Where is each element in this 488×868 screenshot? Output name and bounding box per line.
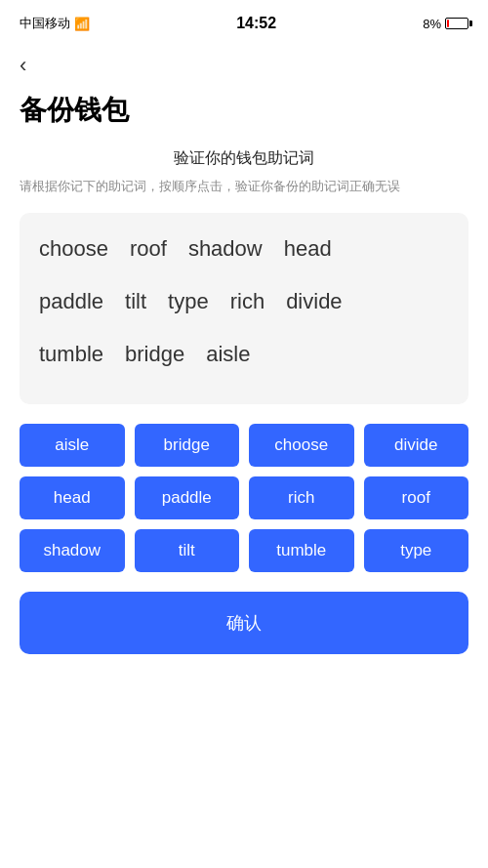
keyword-button[interactable]: type [364,529,469,572]
word-slot[interactable]: divide [286,289,342,314]
word-slot[interactable]: paddle [39,289,103,314]
word-display-box: choose roof shadow head paddle tilt type… [20,213,468,404]
keyword-button[interactable]: tumble [249,529,354,572]
word-slot[interactable]: roof [130,236,167,262]
wifi-icon: 📶 [74,17,90,31]
keyword-button[interactable]: bridge [135,424,240,467]
keyword-button[interactable]: shadow [20,529,125,572]
battery-icon [445,18,468,29]
word-slot[interactable]: rich [230,289,264,314]
keyword-grid: aislebridgechoosedivideheadpaddlerichroo… [20,424,468,572]
instruction-title: 验证你的钱包助记词 [20,148,468,169]
keyword-button[interactable]: tilt [135,529,240,572]
status-bar: 中国移动 📶 14:52 8% [0,0,488,43]
word-slot[interactable]: tumble [39,342,103,367]
keyword-button[interactable]: rich [249,476,354,519]
status-time: 14:52 [236,15,276,32]
word-slot[interactable]: aisle [206,342,250,367]
keyword-button[interactable]: head [20,476,125,519]
keyword-button[interactable]: aisle [20,424,125,467]
page-title: 备份钱包 [0,82,488,148]
word-row-1: choose roof shadow head [39,236,449,275]
confirm-button[interactable]: 确认 [20,592,468,654]
status-left: 中国移动 📶 [20,15,90,32]
word-slot[interactable]: shadow [188,236,263,262]
word-slot[interactable]: choose [39,236,108,262]
instruction-desc: 请根据你记下的助记词，按顺序点击，验证你备份的助记词正确无误 [20,177,468,197]
word-row-3: tumble bridge aisle [39,342,449,381]
word-slot[interactable]: bridge [125,342,184,367]
word-slot[interactable]: type [168,289,209,314]
carrier-label: 中国移动 [20,15,70,32]
keyword-button[interactable]: paddle [135,476,240,519]
keyword-button[interactable]: choose [249,424,354,467]
status-right: 8% [423,17,468,31]
back-button[interactable]: ‹ [0,43,46,82]
word-slot[interactable]: head [284,236,332,262]
keyword-button[interactable]: roof [364,476,469,519]
word-row-2: paddle tilt type rich divide [39,289,449,328]
confirm-section: 确认 [20,592,468,654]
battery-percent: 8% [423,17,441,31]
keyword-button[interactable]: divide [364,424,469,467]
instruction-section: 验证你的钱包助记词 请根据你记下的助记词，按顺序点击，验证你备份的助记词正确无误 [0,148,488,213]
word-slot[interactable]: tilt [125,289,146,314]
